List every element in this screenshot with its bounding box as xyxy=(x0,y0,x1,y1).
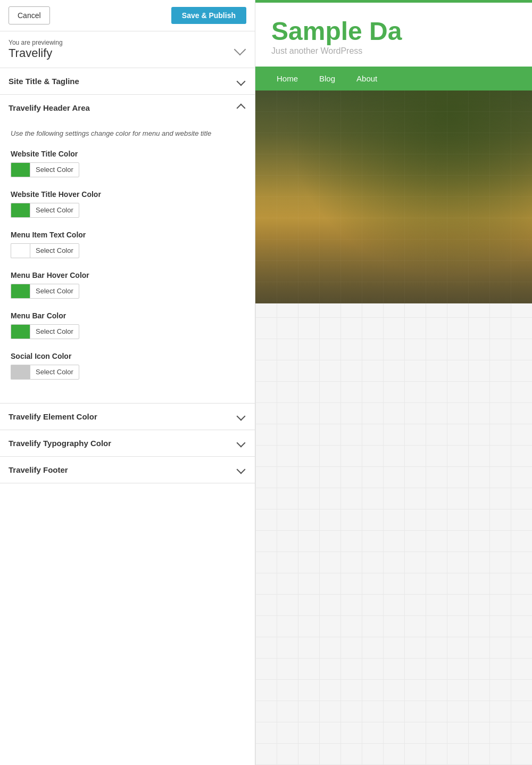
website-title-hover-color-setting: Website Title Hover Color Select Color xyxy=(11,190,244,218)
menu-item-text-color-swatch[interactable] xyxy=(11,243,30,258)
website-title-hover-select-color-button[interactable]: Select Color xyxy=(30,203,79,218)
preview-panel: Sample Da Just another WordPress Home Bl… xyxy=(255,0,532,765)
travelify-typography-color-label: Travelify Typography Color xyxy=(9,439,111,448)
preview-label-group: You are previewing Travelify xyxy=(9,39,63,60)
content-area-preview xyxy=(255,303,532,765)
preview-chevron-icon[interactable] xyxy=(234,44,246,56)
previewing-label: You are previewing xyxy=(9,39,63,46)
menu-bar-hover-color-setting: Menu Bar Hover Color Select Color xyxy=(11,271,244,299)
customizer-panel: Cancel Save & Publish You are previewing… xyxy=(0,0,255,765)
element-color-chevron-icon xyxy=(237,412,246,421)
social-icon-color-label: Social Icon Color xyxy=(11,352,244,360)
website-title-color-label: Website Title Color xyxy=(11,150,244,158)
menu-bar-color-setting: Menu Bar Color Select Color xyxy=(11,311,244,339)
website-title-hover-color-swatch[interactable] xyxy=(11,203,30,218)
header-bar: Cancel Save & Publish xyxy=(0,0,255,31)
travelify-footer-section: Travelify Footer xyxy=(0,457,255,483)
nav-item-about: About xyxy=(346,67,388,91)
site-tagline-preview: Just another WordPress xyxy=(271,46,516,56)
tile-overlay xyxy=(255,91,532,303)
travelify-element-color-label: Travelify Element Color xyxy=(9,412,97,421)
cancel-button[interactable]: Cancel xyxy=(9,6,50,24)
menu-item-text-select-color-button[interactable]: Select Color xyxy=(30,243,79,258)
site-header-preview: Sample Da Just another WordPress xyxy=(255,3,532,67)
menu-bar-hover-color-swatch[interactable] xyxy=(11,284,30,299)
site-title-tagline-label: Site Title & Tagline xyxy=(9,77,79,86)
preview-section: You are previewing Travelify xyxy=(0,31,255,68)
typography-color-chevron-icon xyxy=(237,439,246,448)
menu-bar-hover-color-picker-row: Select Color xyxy=(11,284,244,299)
social-icon-color-picker-row: Select Color xyxy=(11,365,244,380)
menu-bar-select-color-button[interactable]: Select Color xyxy=(30,324,79,339)
menu-bar-color-swatch[interactable] xyxy=(11,324,30,339)
site-title-preview: Sample Da xyxy=(271,19,516,44)
menu-item-text-color-label: Menu Item Text Color xyxy=(11,231,244,239)
travelify-footer-label: Travelify Footer xyxy=(9,465,68,474)
website-title-color-setting: Website Title Color Select Color xyxy=(11,150,244,177)
travelify-header-chevron-icon xyxy=(237,103,246,112)
social-icon-select-color-button[interactable]: Select Color xyxy=(30,365,79,380)
footer-chevron-icon xyxy=(237,465,246,474)
theme-name: Travelify xyxy=(9,46,52,60)
menu-bar-hover-select-color-button[interactable]: Select Color xyxy=(30,284,79,299)
hero-image-area xyxy=(255,91,532,303)
header-area-description: Use the following settings change color … xyxy=(11,128,244,139)
website-title-color-picker-row: Select Color xyxy=(11,162,244,177)
travelify-element-color-header[interactable]: Travelify Element Color xyxy=(0,404,255,430)
menu-bar-color-label: Menu Bar Color xyxy=(11,311,244,320)
website-title-select-color-button[interactable]: Select Color xyxy=(30,162,79,177)
travelify-footer-header[interactable]: Travelify Footer xyxy=(0,457,255,483)
travelify-header-area-label: Travelify Header Area xyxy=(9,103,90,112)
social-icon-color-setting: Social Icon Color Select Color xyxy=(11,352,244,380)
website-title-hover-color-picker-row: Select Color xyxy=(11,203,244,218)
website-title-color-swatch[interactable] xyxy=(11,162,30,177)
site-title-chevron-icon xyxy=(237,77,246,86)
menu-item-text-color-picker-row: Select Color xyxy=(11,243,244,258)
travelify-element-color-section: Travelify Element Color xyxy=(0,404,255,430)
social-icon-color-swatch[interactable] xyxy=(11,365,30,380)
travelify-typography-color-header[interactable]: Travelify Typography Color xyxy=(0,430,255,456)
travelify-header-area-header[interactable]: Travelify Header Area xyxy=(0,95,255,121)
travelify-header-area-section: Travelify Header Area Use the following … xyxy=(0,95,255,404)
menu-bar-hover-color-label: Menu Bar Hover Color xyxy=(11,271,244,279)
save-publish-button[interactable]: Save & Publish xyxy=(171,7,246,24)
nav-item-blog: Blog xyxy=(309,67,346,91)
travelify-header-area-content: Use the following settings change color … xyxy=(0,121,255,403)
website-title-hover-color-label: Website Title Hover Color xyxy=(11,190,244,199)
nav-item-home: Home xyxy=(266,67,309,91)
menu-bar-color-picker-row: Select Color xyxy=(11,324,244,339)
travelify-typography-color-section: Travelify Typography Color xyxy=(0,430,255,457)
nav-bar-preview: Home Blog About xyxy=(255,67,532,91)
menu-item-text-color-setting: Menu Item Text Color Select Color xyxy=(11,231,244,258)
site-title-tagline-header[interactable]: Site Title & Tagline xyxy=(0,68,255,94)
site-title-tagline-section: Site Title & Tagline xyxy=(0,68,255,95)
